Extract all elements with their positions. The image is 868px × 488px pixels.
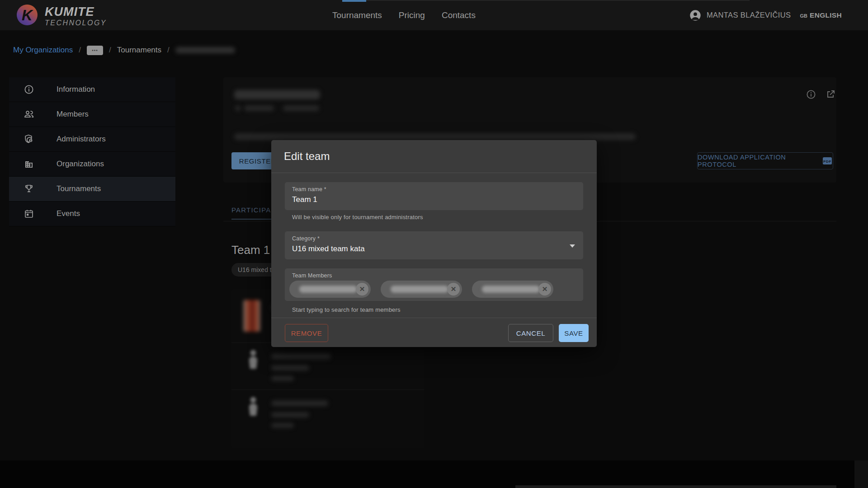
team-name-label: Team name * xyxy=(292,186,326,192)
footer-right-strip xyxy=(854,460,868,488)
modal-footer-divider xyxy=(271,318,597,318)
brand-text[interactable]: KUMITE TECHNOLOGY xyxy=(45,6,107,27)
modal-title: Edit team xyxy=(284,150,330,163)
modal-header-divider xyxy=(271,173,597,173)
building-icon xyxy=(24,159,34,169)
sidebar-item-organizations[interactable]: Organizations xyxy=(9,152,175,177)
sidebar: Information Members Administrators Organ… xyxy=(9,77,175,226)
chip-name-redacted xyxy=(299,286,357,293)
user-name: MANTAS BLAŽEVIČIUS xyxy=(707,11,791,19)
calendar-icon xyxy=(24,208,34,219)
member-dob-redacted xyxy=(271,365,309,371)
chip-name-redacted xyxy=(482,286,540,293)
language-code: GB xyxy=(800,13,808,19)
row-divider xyxy=(231,389,424,390)
member-name-redacted xyxy=(271,400,328,406)
nav-item-tournaments[interactable]: Tournaments xyxy=(332,10,382,20)
svg-text:PDF: PDF xyxy=(823,160,831,164)
tournament-title-redacted xyxy=(234,90,320,99)
registrations-line-redacted xyxy=(234,133,636,140)
chip-remove-icon[interactable]: ✕ xyxy=(538,283,551,296)
user-menu[interactable]: MANTAS BLAŽEVIČIUS GB ENGLISH xyxy=(689,0,842,30)
chip-remove-icon[interactable]: ✕ xyxy=(447,283,460,296)
breadcrumb-current-redacted xyxy=(175,47,235,53)
team-member-chip[interactable]: ✕ xyxy=(289,281,371,298)
member-dob-redacted xyxy=(271,412,309,418)
team-card-title: Team 1 xyxy=(231,243,270,257)
nav-links: Tournaments Pricing Contacts xyxy=(332,0,476,30)
info-icon-button[interactable] xyxy=(806,89,816,100)
breadcrumb: My Organizations / ••• / Tournaments / xyxy=(13,44,235,56)
breadcrumb-separator: / xyxy=(167,46,170,55)
breadcrumb-tournaments[interactable]: Tournaments xyxy=(117,46,161,55)
sidebar-item-information[interactable]: Information xyxy=(9,77,175,102)
team-members-helper: Start typing to search for team members xyxy=(292,306,401,313)
sidebar-item-label: Administrators xyxy=(57,135,106,144)
sidebar-item-administrators[interactable]: Administrators xyxy=(9,127,175,152)
team-name-helper: Will be visible only for tournament admi… xyxy=(292,214,423,221)
open-in-new-icon[interactable] xyxy=(825,89,836,100)
pdf-icon: PDF xyxy=(822,156,833,165)
sidebar-item-label: Information xyxy=(57,85,95,94)
sidebar-item-label: Tournaments xyxy=(57,184,101,193)
flag-image-redacted xyxy=(243,300,260,332)
team-member-chip[interactable]: ✕ xyxy=(472,281,553,298)
member-list-item[interactable] xyxy=(231,393,424,436)
language-selector[interactable]: GB ENGLISH xyxy=(800,11,842,19)
team-name-value: Team 1 xyxy=(292,195,317,204)
header-actions xyxy=(806,89,836,100)
chevron-down-icon[interactable] xyxy=(570,244,575,248)
category-label: Category * xyxy=(292,235,320,242)
trophy-icon xyxy=(24,183,34,194)
language-label: ENGLISH xyxy=(810,11,842,19)
admin-shield-icon xyxy=(24,134,34,145)
footer-bottom-bar xyxy=(515,485,836,488)
breadcrumb-ellipsis-button[interactable]: ••• xyxy=(87,46,103,55)
save-button[interactable]: SAVE xyxy=(559,324,589,342)
download-protocol-button[interactable]: DOWNLOAD APPLICATION PROTOCOL PDF xyxy=(697,152,833,169)
location-icon-redacted xyxy=(235,105,241,111)
member-name-redacted xyxy=(271,353,331,359)
breadcrumb-separator: / xyxy=(79,46,81,55)
brand-name: KUMITE xyxy=(45,6,107,18)
member-gender-redacted xyxy=(271,423,294,428)
member-list-item[interactable] xyxy=(231,346,424,389)
cancel-button[interactable]: CANCEL xyxy=(508,324,553,342)
team-member-chips: ✕ ✕ ✕ xyxy=(289,281,553,298)
chip-remove-icon[interactable]: ✕ xyxy=(356,283,368,296)
category-select[interactable]: Category * U16 mixed team kata xyxy=(285,231,583,259)
download-protocol-label: DOWNLOAD APPLICATION PROTOCOL xyxy=(698,154,817,168)
sidebar-item-events[interactable]: Events xyxy=(9,202,175,226)
top-nav: K KUMITE TECHNOLOGY Tournaments Pricing … xyxy=(0,0,868,30)
location-redacted xyxy=(244,105,274,111)
breadcrumb-my-organizations[interactable]: My Organizations xyxy=(13,46,73,55)
brand-subtitle: TECHNOLOGY xyxy=(45,19,107,27)
breadcrumb-separator: / xyxy=(109,46,111,55)
team-members-label: Team Members xyxy=(292,272,332,279)
sidebar-item-members[interactable]: Members xyxy=(9,102,175,127)
chip-name-redacted xyxy=(391,286,448,293)
date-redacted xyxy=(283,105,319,111)
account-circle-icon xyxy=(689,9,702,22)
sidebar-item-label: Members xyxy=(57,110,89,119)
edit-team-modal: Edit team Team name * Team 1 Will be vis… xyxy=(271,140,597,347)
team-name-input[interactable]: Team name * Team 1 xyxy=(285,182,583,210)
member-gender-redacted xyxy=(271,376,294,381)
sidebar-item-label: Organizations xyxy=(57,160,104,169)
nav-item-contacts[interactable]: Contacts xyxy=(442,10,476,20)
people-icon xyxy=(24,109,34,120)
app-root: K KUMITE TECHNOLOGY Tournaments Pricing … xyxy=(0,0,868,488)
page-footer xyxy=(0,460,854,488)
nav-item-pricing[interactable]: Pricing xyxy=(399,10,425,20)
team-member-chip[interactable]: ✕ xyxy=(381,281,462,298)
brand-logo-icon[interactable]: K xyxy=(17,5,38,25)
category-value: U16 mixed team kata xyxy=(292,244,365,253)
sidebar-item-tournaments[interactable]: Tournaments xyxy=(9,177,175,202)
remove-button[interactable]: REMOVE xyxy=(285,324,328,342)
sidebar-item-label: Events xyxy=(57,209,80,218)
info-icon xyxy=(24,84,34,95)
